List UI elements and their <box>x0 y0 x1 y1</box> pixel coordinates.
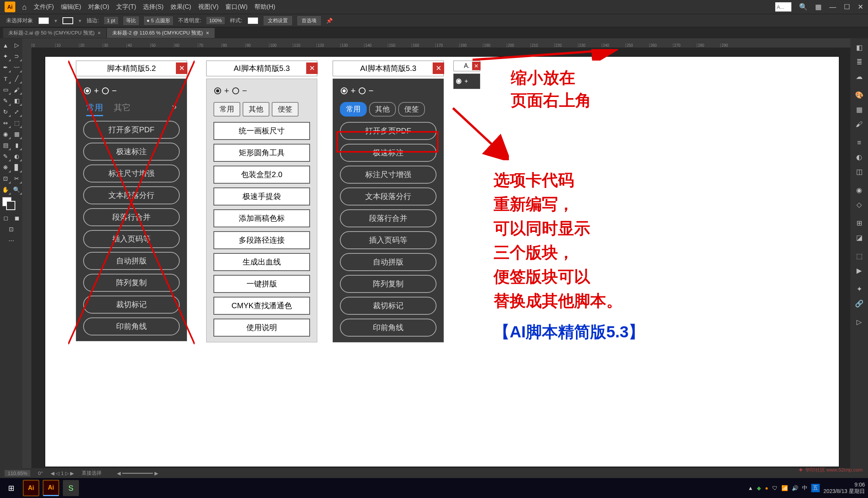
tab-common[interactable]: 常用 <box>340 102 367 117</box>
transform-icon[interactable]: ⬚ <box>850 249 868 263</box>
script-button[interactable]: 文本段落分行 <box>83 186 180 204</box>
gradient-icon[interactable]: ◐ <box>850 150 868 164</box>
menu-file[interactable]: 文件(F) <box>34 3 54 11</box>
direct-select-tool[interactable]: ▷ <box>11 40 22 51</box>
script-button[interactable]: 极速标注 <box>83 143 180 161</box>
minimize-icon[interactable]: — <box>829 3 836 11</box>
script-button[interactable]: 阵列复制 <box>340 275 436 293</box>
symbols-icon[interactable]: ✦ <box>850 282 868 296</box>
edit-toolbar[interactable]: ⋯ <box>0 235 22 246</box>
links-icon[interactable]: 🔗 <box>850 297 868 311</box>
shape-builder-tool[interactable]: ◉ <box>0 129 11 140</box>
close-button[interactable]: ✕ <box>472 62 481 70</box>
script-button[interactable]: 生成出血线 <box>213 253 310 271</box>
free-transform-tool[interactable]: ⬚ <box>11 118 22 128</box>
menu-select[interactable]: 选择(S) <box>143 3 163 11</box>
tray-icon[interactable]: 🛡 <box>772 485 778 491</box>
menu-help[interactable]: 帮助(H) <box>254 3 275 11</box>
radio-1[interactable] <box>341 87 348 94</box>
stroke-swatch[interactable] <box>62 17 73 24</box>
uniform-dd[interactable]: 等比 <box>123 16 139 25</box>
opacity-val[interactable]: 100% <box>207 17 225 24</box>
perspective-tool[interactable]: ▦ <box>11 129 22 140</box>
script-button[interactable]: 多段路径连接 <box>213 231 310 249</box>
color-icon[interactable]: 🎨 <box>850 88 868 102</box>
type-tool[interactable]: T <box>0 73 11 84</box>
libraries-icon[interactable]: ☁ <box>850 70 868 84</box>
tab-notes[interactable]: 便签 <box>398 102 425 117</box>
blend-tool[interactable]: ◐ <box>11 151 22 162</box>
stroke-weight[interactable]: 1 pt <box>104 17 118 24</box>
script-button[interactable]: 标注尺寸增强 <box>340 166 436 184</box>
ime-icon-2[interactable]: 五 <box>811 484 820 492</box>
script-button[interactable]: 裁切标记 <box>340 297 436 315</box>
script-button[interactable]: 印前角线 <box>340 319 436 337</box>
zoom-tool[interactable]: 🔍 <box>11 184 22 195</box>
artboard-nav[interactable]: ◀ ◁ 1 ▷ ▶ <box>51 470 74 476</box>
script-button[interactable]: 标注尺寸增强 <box>83 164 180 182</box>
taskbar-app[interactable]: S <box>63 480 79 496</box>
mesh-tool[interactable]: ▤ <box>0 140 11 151</box>
menu-edit[interactable]: 编辑(E) <box>61 3 81 11</box>
draw-normal[interactable]: ◻ <box>0 213 11 224</box>
docsetup-button[interactable]: 文档设置 <box>264 16 292 25</box>
tray-icon[interactable]: ▲ <box>748 485 753 491</box>
graph-tool[interactable]: ▊ <box>11 162 22 173</box>
radio-2[interactable] <box>102 87 109 94</box>
script-button[interactable]: 打开多页PDF <box>83 121 180 139</box>
fill-swatch[interactable] <box>38 17 49 24</box>
script-button[interactable]: 使用说明 <box>213 319 310 337</box>
rotate-field[interactable]: 0° <box>38 470 43 476</box>
script-button[interactable]: CMYK查找潘通色 <box>213 297 310 315</box>
menu-object[interactable]: 对象(O) <box>88 3 109 11</box>
maximize-icon[interactable]: ☐ <box>844 3 850 11</box>
radio-1[interactable] <box>214 87 221 94</box>
script-button[interactable]: 一键拼版 <box>213 275 310 293</box>
chevron-right-icon[interactable]: » <box>172 102 177 116</box>
search-top[interactable]: A... <box>775 2 791 12</box>
tab-common[interactable]: 常用 <box>213 102 240 117</box>
menu-type[interactable]: 文字(T) <box>116 3 136 11</box>
radio-2[interactable] <box>359 87 366 94</box>
script-button[interactable]: 文本段落分行 <box>340 187 436 205</box>
pin-icon[interactable]: 📌 <box>326 18 333 24</box>
tab-other[interactable]: 其他 <box>369 102 396 117</box>
tab-common[interactable]: 常用 <box>86 102 103 116</box>
taskbar-ai-2[interactable]: Ai <box>43 480 59 496</box>
tray-icon[interactable]: ◆ <box>757 485 761 491</box>
network-icon[interactable]: 📶 <box>781 485 788 491</box>
close-icon[interactable]: × <box>98 30 101 36</box>
tab-other[interactable]: 其他 <box>243 102 269 117</box>
color-swatches[interactable] <box>0 196 22 212</box>
tray-icon[interactable]: ● <box>765 485 768 491</box>
script-button[interactable]: 包装盒型2.0 <box>213 166 310 184</box>
canvas[interactable]: 0102030405060708090100110120130140150160… <box>22 38 850 478</box>
curvature-tool[interactable]: 〰 <box>11 62 22 73</box>
ruler-origin[interactable] <box>22 38 31 48</box>
screen-mode[interactable]: ⊡ <box>0 224 22 235</box>
search-icon[interactable]: 🔍 <box>799 3 807 11</box>
eyedropper-tool[interactable]: ✎ <box>0 151 11 162</box>
hand-tool[interactable]: ✋ <box>0 184 11 195</box>
pen-tool[interactable]: ✒ <box>0 62 11 73</box>
close-icon[interactable]: ✕ <box>858 3 863 11</box>
script-button[interactable]: 极速手提袋 <box>213 187 310 205</box>
close-button[interactable]: ✕ <box>433 62 444 74</box>
width-tool[interactable]: ⇔ <box>0 118 11 128</box>
doctab-2[interactable]: 未标题-2 @ 110.65 % (CMYK/CPU 预览)× <box>107 28 215 38</box>
transparency-icon[interactable]: ◫ <box>850 165 868 179</box>
radio-2[interactable] <box>232 87 239 94</box>
script-button[interactable]: 段落行合并 <box>340 209 436 227</box>
start-button[interactable]: ⊞ <box>3 480 19 496</box>
close-icon[interactable]: × <box>206 30 209 36</box>
script-button[interactable]: 段落行合并 <box>83 208 180 226</box>
draw-behind[interactable]: ◼ <box>11 213 22 224</box>
lasso-tool[interactable]: ⊃ <box>11 51 22 62</box>
script-button[interactable]: 添加画稿色标 <box>213 209 310 227</box>
menu-view[interactable]: 视图(V) <box>198 3 218 11</box>
stroke-color[interactable] <box>6 201 15 210</box>
ruler-horizontal[interactable]: 0102030405060708090100110120130140150160… <box>31 38 850 48</box>
script-button[interactable]: 插入页码等 <box>340 231 436 249</box>
play-icon[interactable]: ▷ <box>850 315 868 329</box>
slice-tool[interactable]: ✂ <box>11 173 22 184</box>
